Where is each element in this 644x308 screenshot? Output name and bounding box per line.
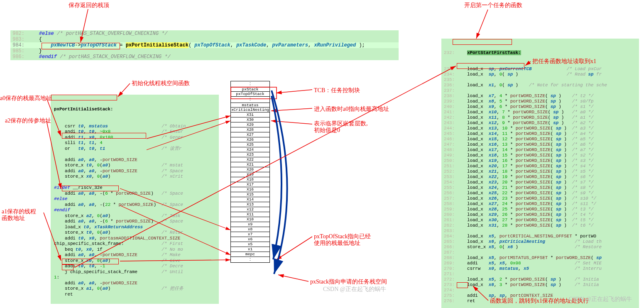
stack-diagram: .. pxStackpxTopOfStack .. mstatusxCritic… [230, 81, 270, 263]
watermark2: CSDN @正在起飞的蜗牛 [569, 296, 632, 303]
anno-pxstack: pxStack指向申请的任务栈空间 [310, 279, 387, 285]
svg-line-11 [276, 90, 312, 93]
anno-enter-fn: 进入函数时a0指向栈最高地址 [314, 106, 389, 112]
anno-a0-high: a0保存的栈最高地址 [0, 95, 52, 102]
svg-line-13 [271, 121, 312, 124]
right-code-block: 232: xPortStartFirstTask: 233: load_x sp… [441, 39, 639, 308]
anno-critical: 表示临界区嵌套层数, 初始值是0 [314, 120, 368, 134]
svg-line-12 [271, 108, 312, 111]
anno-start-first-task: 开启第一个任务的函数 [464, 2, 522, 9]
anno-save-stack-top: 保存返回的栈顶 [69, 2, 109, 9]
svg-line-15 [278, 275, 309, 281]
watermark: CSDN @正在起飞的蜗牛 [323, 286, 386, 293]
anno-pxtop-used: pxTopOfStack指向已经 使用的栈最低地址 [314, 233, 371, 247]
top-code-block: 982: #else /* portHAS_STACK_OVERFLOW_CHE… [10, 30, 399, 60]
anno-init-fn: 初始化线程栈空间函数 [132, 80, 190, 87]
svg-line-14 [276, 237, 312, 260]
left-code-block: pxPortInitialiseStack: csrr t0, mstatus … [51, 95, 219, 304]
anno-a1-fn: a1保存的线程 函数地址 [2, 208, 36, 222]
anno-load-x1: 把任务函数地址读取到x1 [532, 58, 596, 65]
anno-a2-param: a2保存的传参地址 [5, 117, 51, 124]
svg-line-1 [476, 10, 488, 39]
anno-tcb: TCB：任务控制块 [314, 87, 360, 94]
